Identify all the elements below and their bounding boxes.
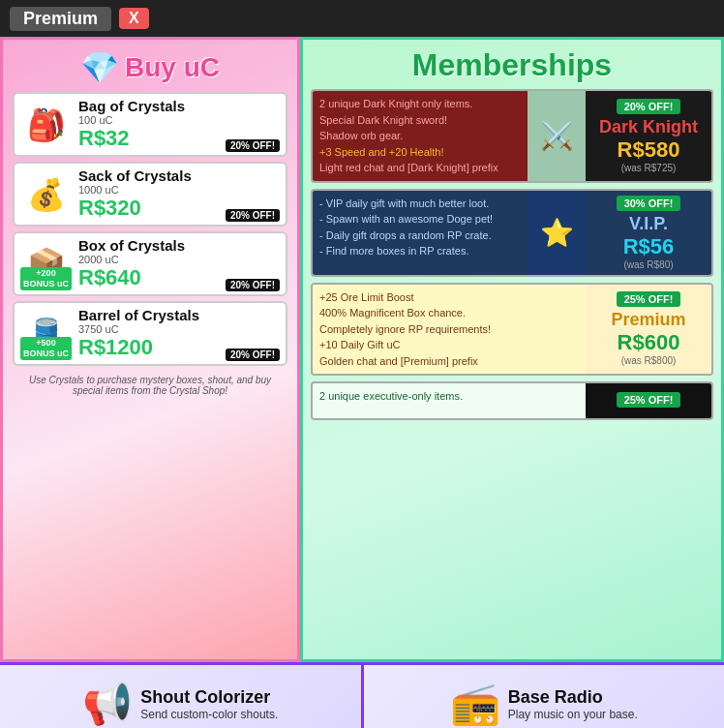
memberships-title: Memberships (311, 47, 713, 83)
prem-feat-1: +25 Ore Limit Boost (319, 289, 579, 306)
dark-knight-features: 2 unique Dark Knight only items. Special… (313, 91, 528, 181)
box-discount: 20% OFF! (226, 279, 280, 291)
bag-amount: 100 uC (78, 114, 280, 126)
uc-item-box[interactable]: 📦 +200BONUS uC Box of Crystals 2000 uC R… (13, 231, 287, 296)
prem-name: Premium (611, 310, 685, 330)
executive-features: 2 unique executive-only items. (313, 383, 586, 418)
dk-was: (was R$725) (621, 163, 677, 173)
membership-card-vip[interactable]: - VIP daily gift with much better loot. … (311, 189, 713, 277)
bag-name: Bag of Crystals (78, 98, 280, 114)
barrel-amount: 3750 uC (78, 323, 280, 335)
dk-buy: 20% OFF! Dark Knight R$580 (was R$725) (586, 91, 711, 181)
dk-off: 20% OFF! (617, 99, 681, 114)
barrel-bonus: +500BONUS uC (20, 337, 72, 360)
uc-item-sack[interactable]: 💰 Sack of Crystals 1000 uC R$320 20% OFF… (13, 162, 287, 227)
prem-feat-3: Completely ignore RP requirements! (319, 321, 579, 338)
uc-item-barrel[interactable]: 🛢️ +500BONUS uC Barrel of Crystals 3750 … (13, 301, 287, 366)
exec-off: 25% OFF! (617, 392, 681, 408)
membership-card-dark-knight[interactable]: 2 unique Dark Knight only items. Special… (311, 89, 713, 183)
bag-discount: 20% OFF! (226, 139, 280, 152)
bag-icon: 🎒 (20, 99, 73, 151)
sack-discount: 20% OFF! (226, 209, 280, 222)
vip-features: - VIP daily gift with much better loot. … (313, 191, 528, 275)
box-amount: 2000 uC (78, 254, 280, 265)
radio-name: Base Radio (508, 687, 638, 708)
premium-features: +25 Ore Limit Boost 400% Magnificent Box… (313, 285, 586, 375)
vip-feat-4: - Find more boxes in RP crates. (319, 243, 521, 259)
base-radio-item[interactable]: 📻 Base Radio Play music on your base. R$… (364, 665, 725, 728)
dk-thumb: ⚔️ (528, 91, 586, 181)
prem-off: 25% OFF! (617, 291, 681, 307)
radio-desc: Play music on your base. (508, 708, 638, 721)
sack-icon: 💰 (20, 168, 73, 221)
memberships-panel: Memberships 2 unique Dark Knight only it… (300, 37, 724, 662)
vip-thumb: ⭐ (528, 191, 586, 275)
sack-name: Sack of Crystals (78, 167, 280, 184)
buy-uc-title: Buy uC (125, 52, 220, 83)
buy-uc-header: 💎 Buy uC (80, 49, 220, 86)
prem-price: R$600 (618, 330, 680, 355)
prem-buy: 25% OFF! Premium R$600 (was R$800) (586, 285, 711, 375)
vip-feat-1: - VIP daily gift with much better loot. (319, 196, 521, 212)
sack-amount: 1000 uC (78, 184, 280, 196)
top-bar: Premium X (0, 0, 724, 37)
vip-was: (was R$80) (623, 259, 673, 270)
close-button[interactable]: X (119, 8, 149, 29)
vip-off: 30% OFF! (617, 196, 681, 211)
uc-footer: Use Crystals to purchase mystery boxes, … (13, 375, 287, 396)
dk-name: Dark Knight (599, 117, 698, 137)
dk-price: R$580 (618, 137, 680, 163)
uc-item-bag[interactable]: 🎒 Bag of Crystals 100 uC R$32 20% OFF! (13, 92, 287, 157)
premium-label: Premium (10, 7, 111, 31)
box-icon: 📦 +200BONUS uC (20, 238, 73, 290)
vip-name: V.I.P. (629, 214, 668, 234)
dk-feat-4: +3 Speed and +20 Health! (319, 144, 521, 161)
barrel-icon: 🛢️ +500BONUS uC (20, 308, 73, 360)
prem-feat-2: 400% Magnificent Box chance. (319, 305, 579, 321)
vip-price: R$56 (623, 234, 675, 259)
barrel-name: Barrel of Crystals (78, 307, 280, 323)
radio-icon: 📻 (450, 680, 500, 727)
shout-icon: 📢 (82, 680, 133, 727)
shout-name: Shout Colorizer (140, 687, 278, 708)
bottom-items: 📢 Shout Colorizer Send custom-color shou… (0, 662, 724, 728)
buy-uc-panel: 💎 Buy uC 🎒 Bag of Crystals 100 uC R$32 2… (0, 37, 300, 662)
dk-feat-5: Light red chat and [Dark Knight] prefix (319, 160, 521, 176)
barrel-discount: 20% OFF! (226, 349, 280, 361)
box-name: Box of Crystals (78, 237, 280, 254)
vip-feat-3: - Daily gift drops a random RP crate. (319, 228, 521, 244)
membership-card-premium[interactable]: +25 Ore Limit Boost 400% Magnificent Box… (311, 283, 713, 377)
dk-feat-3: Shadow orb gear. (319, 128, 521, 144)
crystal-icon: 💎 (80, 49, 119, 86)
main-layout: 💎 Buy uC 🎒 Bag of Crystals 100 uC R$32 2… (0, 37, 724, 662)
exec-feat-1: 2 unique executive-only items. (319, 388, 579, 405)
shout-desc: Send custom-color shouts. (140, 708, 278, 721)
membership-card-executive[interactable]: 2 unique executive-only items. 25% OFF! (311, 381, 713, 420)
dk-feat-1: 2 unique Dark Knight only items. (319, 96, 521, 112)
box-bonus: +200BONUS uC (20, 267, 72, 290)
vip-feat-2: - Spawn with an awesome Doge pet! (319, 211, 521, 228)
prem-was: (was R$800) (621, 355, 677, 366)
dk-feat-2: Special Dark Knight sword! (319, 112, 521, 129)
shout-colorizer-item[interactable]: 📢 Shout Colorizer Send custom-color shou… (0, 665, 364, 728)
exec-buy: 25% OFF! (586, 383, 711, 418)
vip-buy: 30% OFF! V.I.P. R$56 (was R$80) (586, 191, 711, 275)
prem-feat-5: Golden chat and [Premium] prefix (319, 353, 579, 370)
prem-feat-4: +10 Daily Gift uC (319, 337, 579, 353)
